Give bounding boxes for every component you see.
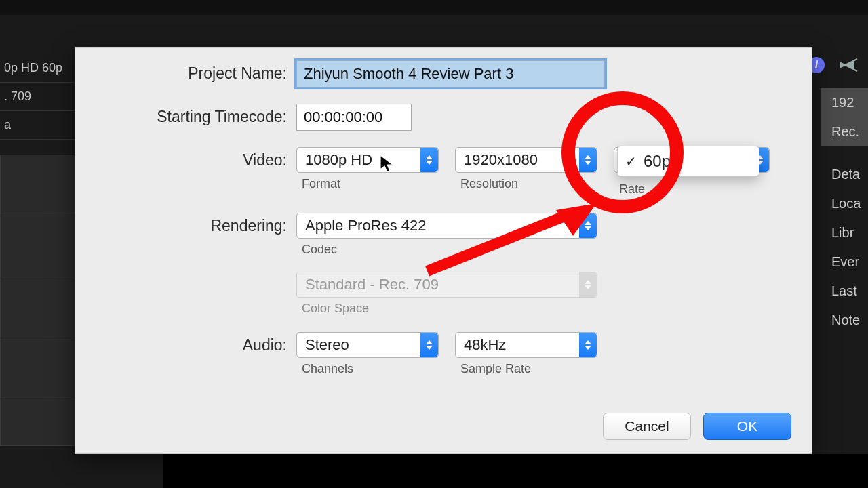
bg-text: 0p HD 60p	[0, 54, 75, 83]
inspector-list: 192 Rec. Deta Loca Libr Ever Last Note	[821, 88, 868, 335]
inspector-row: 192	[821, 88, 868, 117]
label-video: Video:	[93, 147, 296, 169]
cancel-button[interactable]: Cancel	[603, 413, 691, 440]
label-starting-timecode: Starting Timecode:	[93, 104, 296, 126]
audio-channels-value: Stereo	[305, 336, 349, 354]
color-space-select: Standard - Rec. 709	[296, 272, 597, 298]
stepper-icon	[579, 148, 597, 172]
inspector-row: Ever	[831, 247, 868, 277]
sublabel-resolution: Resolution	[455, 177, 597, 191]
starting-timecode-input[interactable]	[296, 104, 412, 131]
label-audio: Audio:	[93, 332, 296, 354]
label-project-name: Project Name:	[93, 60, 296, 83]
video-resolution-select[interactable]: 1920x1080	[455, 147, 597, 173]
audio-channels-select[interactable]: Stereo	[296, 332, 439, 358]
inspector-row: Deta	[831, 160, 868, 189]
sublabel-rate: Rate	[614, 182, 770, 197]
rate-dropdown-popup: ✓ 60p	[617, 146, 760, 177]
menubar	[0, 0, 868, 15]
video-format-value: 1080p HD	[305, 151, 372, 169]
sublabel-format: Format	[296, 177, 439, 191]
inspector-row: Last	[831, 277, 868, 306]
checkmark-icon: ✓	[625, 153, 637, 169]
stepper-icon	[579, 333, 597, 357]
ok-button[interactable]: OK	[703, 413, 791, 440]
label-rendering: Rendering:	[93, 213, 296, 235]
sublabel-color-space: Color Space	[296, 302, 794, 316]
rate-option-60p[interactable]: ✓ 60p	[625, 150, 749, 172]
audio-sample-rate-select[interactable]: 48kHz	[455, 332, 597, 358]
share-icon[interactable]	[840, 57, 857, 72]
bg-left-panel: 0p HD 60p . 709 a	[0, 54, 75, 140]
sublabel-channels: Channels	[296, 362, 439, 376]
rate-option-label: 60p	[644, 152, 671, 171]
stepper-icon	[579, 272, 597, 297]
inspector-row: Loca	[831, 189, 868, 218]
bg-text: a	[0, 111, 75, 140]
stepper-icon	[420, 333, 438, 357]
inspector-row: Note	[831, 306, 868, 335]
bg-text: . 709	[0, 83, 75, 111]
video-format-select[interactable]: 1080p HD	[296, 147, 439, 173]
inspector-icons: i	[808, 57, 857, 73]
project-name-input[interactable]	[296, 60, 605, 87]
rendering-codec-value: Apple ProRes 422	[305, 217, 427, 235]
project-settings-dialog: Project Name: Starting Timecode: Video: …	[75, 47, 812, 454]
inspector-row: Rec.	[821, 117, 868, 146]
sublabel-codec: Codec	[296, 243, 794, 257]
rendering-codec-select[interactable]: Apple ProRes 422	[296, 213, 597, 239]
color-space-value: Standard - Rec. 709	[305, 276, 439, 293]
video-resolution-value: 1920x1080	[464, 151, 538, 169]
stepper-icon	[579, 214, 597, 238]
bg-viewer-black	[163, 454, 868, 488]
audio-sample-rate-value: 48kHz	[464, 336, 506, 354]
sublabel-sample-rate: Sample Rate	[455, 362, 597, 376]
stepper-icon	[420, 148, 438, 172]
inspector-row: Libr	[831, 218, 868, 247]
